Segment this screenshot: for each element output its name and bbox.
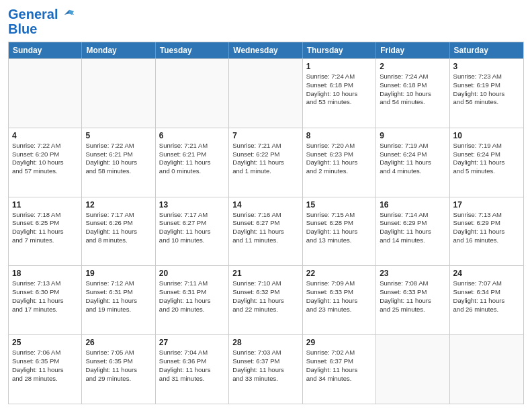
calendar: SundayMondayTuesdayWednesdayThursdayFrid… (8, 42, 524, 404)
day-number: 7 (232, 131, 298, 140)
logo-text: General (8, 7, 75, 21)
calendar-cell: 12Sunrise: 7:17 AM Sunset: 6:26 PM Dayli… (82, 197, 155, 266)
day-number: 2 (380, 62, 445, 71)
calendar-cell (156, 59, 229, 128)
calendar-header: SundayMondayTuesdayWednesdayThursdayFrid… (9, 42, 523, 58)
day-number: 9 (380, 131, 445, 140)
day-info: Sunrise: 7:09 AM Sunset: 6:33 PM Dayligh… (306, 279, 372, 314)
day-info: Sunrise: 7:15 AM Sunset: 6:28 PM Dayligh… (306, 211, 372, 245)
calendar-cell: 14Sunrise: 7:16 AM Sunset: 6:27 PM Dayli… (229, 197, 302, 266)
calendar-cell: 19Sunrise: 7:12 AM Sunset: 6:31 PM Dayli… (82, 266, 155, 334)
header: General Blue (8, 7, 524, 36)
calendar-cell (9, 59, 82, 128)
calendar-cell: 24Sunrise: 7:07 AM Sunset: 6:34 PM Dayli… (450, 266, 523, 334)
calendar-cell: 6Sunrise: 7:21 AM Sunset: 6:21 PM Daylig… (156, 128, 229, 197)
header-day-thursday: Thursday (303, 42, 376, 58)
calendar-cell: 9Sunrise: 7:19 AM Sunset: 6:24 PM Daylig… (376, 128, 449, 197)
day-number: 11 (12, 200, 78, 210)
day-info: Sunrise: 7:11 AM Sunset: 6:31 PM Dayligh… (159, 279, 225, 314)
day-number: 21 (232, 269, 298, 278)
calendar-cell: 20Sunrise: 7:11 AM Sunset: 6:31 PM Dayli… (156, 266, 229, 334)
day-info: Sunrise: 7:13 AM Sunset: 6:30 PM Dayligh… (12, 279, 78, 314)
day-info: Sunrise: 7:24 AM Sunset: 6:18 PM Dayligh… (380, 73, 445, 107)
day-number: 29 (306, 338, 372, 347)
day-info: Sunrise: 7:02 AM Sunset: 6:37 PM Dayligh… (306, 349, 372, 383)
day-number: 3 (453, 62, 520, 71)
header-day-tuesday: Tuesday (156, 42, 229, 58)
calendar-cell: 26Sunrise: 7:05 AM Sunset: 6:35 PM Dayli… (82, 335, 155, 404)
day-info: Sunrise: 7:19 AM Sunset: 6:24 PM Dayligh… (380, 142, 445, 176)
day-number: 17 (453, 200, 520, 210)
day-number: 1 (306, 62, 372, 71)
calendar-cell: 17Sunrise: 7:13 AM Sunset: 6:29 PM Dayli… (450, 197, 523, 266)
calendar-cell: 8Sunrise: 7:20 AM Sunset: 6:23 PM Daylig… (303, 128, 376, 197)
calendar-cell: 21Sunrise: 7:10 AM Sunset: 6:32 PM Dayli… (229, 266, 302, 334)
calendar-cell: 22Sunrise: 7:09 AM Sunset: 6:33 PM Dayli… (303, 266, 376, 334)
day-info: Sunrise: 7:23 AM Sunset: 6:19 PM Dayligh… (453, 73, 520, 107)
day-info: Sunrise: 7:08 AM Sunset: 6:33 PM Dayligh… (380, 279, 445, 314)
calendar-cell (82, 59, 155, 128)
day-number: 10 (453, 131, 520, 140)
day-info: Sunrise: 7:03 AM Sunset: 6:37 PM Dayligh… (232, 349, 298, 383)
day-info: Sunrise: 7:21 AM Sunset: 6:22 PM Dayligh… (232, 142, 298, 176)
header-day-sunday: Sunday (9, 42, 82, 58)
calendar-cell: 28Sunrise: 7:03 AM Sunset: 6:37 PM Dayli… (229, 335, 302, 404)
day-number: 24 (453, 269, 520, 278)
day-number: 14 (232, 200, 298, 210)
calendar-cell: 16Sunrise: 7:14 AM Sunset: 6:29 PM Dayli… (376, 197, 449, 266)
calendar-cell (229, 59, 302, 128)
logo-blue: Blue (8, 21, 75, 36)
calendar-row-4: 25Sunrise: 7:06 AM Sunset: 6:35 PM Dayli… (9, 334, 523, 404)
day-number: 16 (380, 200, 445, 210)
day-number: 23 (380, 269, 445, 278)
day-info: Sunrise: 7:13 AM Sunset: 6:29 PM Dayligh… (453, 211, 520, 245)
calendar-cell: 23Sunrise: 7:08 AM Sunset: 6:33 PM Dayli… (376, 266, 449, 334)
day-info: Sunrise: 7:16 AM Sunset: 6:27 PM Dayligh… (232, 211, 298, 245)
header-day-monday: Monday (82, 42, 155, 58)
calendar-cell (376, 335, 449, 404)
calendar-cell: 10Sunrise: 7:19 AM Sunset: 6:24 PM Dayli… (450, 128, 523, 197)
calendar-cell: 15Sunrise: 7:15 AM Sunset: 6:28 PM Dayli… (303, 197, 376, 266)
day-info: Sunrise: 7:24 AM Sunset: 6:18 PM Dayligh… (306, 73, 372, 107)
day-number: 18 (12, 269, 78, 278)
day-info: Sunrise: 7:12 AM Sunset: 6:31 PM Dayligh… (85, 279, 151, 314)
day-info: Sunrise: 7:20 AM Sunset: 6:23 PM Dayligh… (306, 142, 372, 176)
day-info: Sunrise: 7:06 AM Sunset: 6:35 PM Dayligh… (12, 349, 78, 383)
calendar-cell: 3Sunrise: 7:23 AM Sunset: 6:19 PM Daylig… (450, 59, 523, 128)
day-number: 25 (12, 338, 78, 347)
day-info: Sunrise: 7:04 AM Sunset: 6:36 PM Dayligh… (159, 349, 225, 383)
day-number: 4 (12, 131, 78, 140)
day-number: 5 (85, 131, 151, 140)
day-number: 15 (306, 200, 372, 210)
day-number: 26 (85, 338, 151, 347)
page: General Blue SundayMondayTuesdayWednesda… (0, 0, 532, 411)
calendar-cell: 4Sunrise: 7:22 AM Sunset: 6:20 PM Daylig… (9, 128, 82, 197)
day-number: 22 (306, 269, 372, 278)
logo-general: General (8, 7, 58, 21)
day-info: Sunrise: 7:10 AM Sunset: 6:32 PM Dayligh… (232, 279, 298, 314)
day-info: Sunrise: 7:22 AM Sunset: 6:20 PM Dayligh… (12, 142, 78, 176)
day-info: Sunrise: 7:17 AM Sunset: 6:27 PM Dayligh… (159, 211, 225, 245)
day-number: 28 (232, 338, 298, 347)
header-day-friday: Friday (376, 42, 449, 58)
calendar-cell (450, 335, 523, 404)
calendar-cell: 7Sunrise: 7:21 AM Sunset: 6:22 PM Daylig… (229, 128, 302, 197)
calendar-cell: 27Sunrise: 7:04 AM Sunset: 6:36 PM Dayli… (156, 335, 229, 404)
day-number: 8 (306, 131, 372, 140)
day-number: 27 (159, 338, 225, 347)
day-info: Sunrise: 7:07 AM Sunset: 6:34 PM Dayligh… (453, 279, 520, 314)
day-number: 13 (159, 200, 225, 210)
calendar-cell: 18Sunrise: 7:13 AM Sunset: 6:30 PM Dayli… (9, 266, 82, 334)
day-number: 6 (159, 131, 225, 140)
calendar-cell: 11Sunrise: 7:18 AM Sunset: 6:25 PM Dayli… (9, 197, 82, 266)
calendar-row-0: 1Sunrise: 7:24 AM Sunset: 6:18 PM Daylig… (9, 58, 523, 128)
day-info: Sunrise: 7:21 AM Sunset: 6:21 PM Dayligh… (159, 142, 225, 176)
header-day-wednesday: Wednesday (229, 42, 302, 58)
day-info: Sunrise: 7:17 AM Sunset: 6:26 PM Dayligh… (85, 211, 151, 245)
day-number: 19 (85, 269, 151, 278)
day-info: Sunrise: 7:18 AM Sunset: 6:25 PM Dayligh… (12, 211, 78, 245)
logo: General Blue (8, 7, 75, 36)
day-info: Sunrise: 7:14 AM Sunset: 6:29 PM Dayligh… (380, 211, 445, 245)
calendar-row-3: 18Sunrise: 7:13 AM Sunset: 6:30 PM Dayli… (9, 265, 523, 334)
calendar-cell: 25Sunrise: 7:06 AM Sunset: 6:35 PM Dayli… (9, 335, 82, 404)
